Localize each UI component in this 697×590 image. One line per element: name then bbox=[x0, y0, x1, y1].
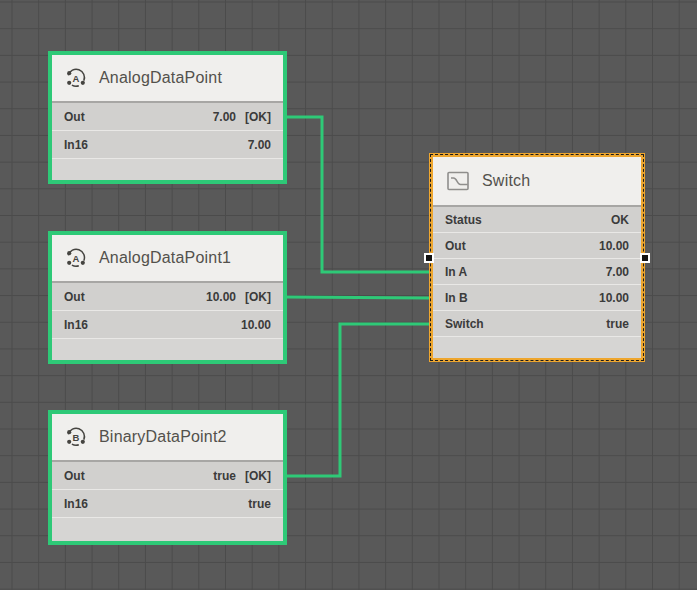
slot-status: [OK] bbox=[245, 110, 271, 124]
slot-in16[interactable]: In16 10.00 bbox=[52, 311, 283, 339]
node-title: AnalogDataPoint1 bbox=[99, 249, 231, 267]
svg-text:A: A bbox=[73, 73, 80, 84]
slot-label: Out bbox=[64, 290, 85, 304]
slot-in16[interactable]: In16 7.00 bbox=[52, 131, 283, 159]
slot-out[interactable]: Out 7.00[OK] bbox=[52, 103, 283, 131]
slot-label: In16 bbox=[64, 318, 88, 332]
wire-analogdatapoint-to-switch-ina[interactable] bbox=[287, 117, 429, 272]
node-header[interactable]: Switch bbox=[433, 157, 641, 207]
slot-in-b[interactable]: In B 10.00 bbox=[433, 285, 641, 311]
switch-icon bbox=[445, 169, 471, 193]
wiresheet-canvas[interactable]: A AnalogDataPoint Out 7.00[OK] In16 7.00… bbox=[0, 0, 697, 590]
slot-label: Out bbox=[64, 469, 85, 483]
slot-label: In A bbox=[445, 265, 467, 279]
node-title: AnalogDataPoint bbox=[99, 69, 222, 87]
node-analogdatapoint[interactable]: A AnalogDataPoint Out 7.00[OK] In16 7.00 bbox=[48, 51, 287, 184]
node-title: BinaryDataPoint2 bbox=[99, 428, 227, 446]
slot-value: 7.00[OK] bbox=[213, 110, 271, 124]
slot-value: true bbox=[248, 497, 271, 511]
slot-label: Out bbox=[64, 110, 85, 124]
slot-value: 10.00[OK] bbox=[206, 290, 271, 304]
node-footer bbox=[52, 518, 283, 541]
node-title: Switch bbox=[482, 172, 530, 190]
selection-handle-left[interactable] bbox=[424, 253, 434, 263]
svg-text:A: A bbox=[73, 253, 80, 264]
binary-datapoint-icon: B bbox=[64, 425, 88, 449]
slot-value: true[OK] bbox=[213, 469, 271, 483]
slot-in16[interactable]: In16 true bbox=[52, 490, 283, 518]
node-header[interactable]: A AnalogDataPoint1 bbox=[52, 235, 283, 283]
slot-label: Status bbox=[445, 213, 482, 227]
node-footer bbox=[52, 159, 283, 180]
slot-label: In B bbox=[445, 291, 468, 305]
node-footer bbox=[52, 339, 283, 360]
slot-status[interactable]: Status OK bbox=[433, 207, 641, 233]
slot-value: 10.00 bbox=[241, 318, 271, 332]
slot-status: [OK] bbox=[245, 290, 271, 304]
slot-value: OK bbox=[611, 213, 629, 227]
selection-handle-right[interactable] bbox=[640, 253, 650, 263]
slot-in-a[interactable]: In A 7.00 bbox=[433, 259, 641, 285]
slot-out[interactable]: Out 10.00[OK] bbox=[52, 283, 283, 311]
node-binarydatapoint2[interactable]: B BinaryDataPoint2 Out true[OK] In16 tru… bbox=[48, 410, 287, 545]
slot-label: Switch bbox=[445, 317, 484, 331]
node-analogdatapoint1[interactable]: A AnalogDataPoint1 Out 10.00[OK] In16 10… bbox=[48, 231, 287, 364]
slot-label: In16 bbox=[64, 138, 88, 152]
slot-label: In16 bbox=[64, 497, 88, 511]
node-header[interactable]: A AnalogDataPoint bbox=[52, 55, 283, 103]
slot-out[interactable]: Out 10.00 bbox=[433, 233, 641, 259]
analog-datapoint-icon: A bbox=[64, 66, 88, 90]
slot-out[interactable]: Out true[OK] bbox=[52, 462, 283, 490]
slot-value: true bbox=[606, 317, 629, 331]
slot-status: [OK] bbox=[245, 469, 271, 483]
slot-value: 10.00 bbox=[599, 239, 629, 253]
node-switch[interactable]: Switch Status OK Out 10.00 In A 7.00 In … bbox=[429, 153, 645, 362]
slot-value: 7.00 bbox=[248, 138, 271, 152]
wire-binarydatapoint2-to-switch-switch[interactable] bbox=[287, 324, 429, 476]
slot-value: 7.00 bbox=[606, 265, 629, 279]
node-footer bbox=[433, 337, 641, 358]
analog-datapoint-icon: A bbox=[64, 246, 88, 270]
slot-value: 10.00 bbox=[599, 291, 629, 305]
svg-text:B: B bbox=[73, 432, 80, 443]
slot-switch[interactable]: Switch true bbox=[433, 311, 641, 337]
node-header[interactable]: B BinaryDataPoint2 bbox=[52, 414, 283, 462]
wire-analogdatapoint1-to-switch-inb[interactable] bbox=[287, 297, 429, 298]
slot-label: Out bbox=[445, 239, 466, 253]
